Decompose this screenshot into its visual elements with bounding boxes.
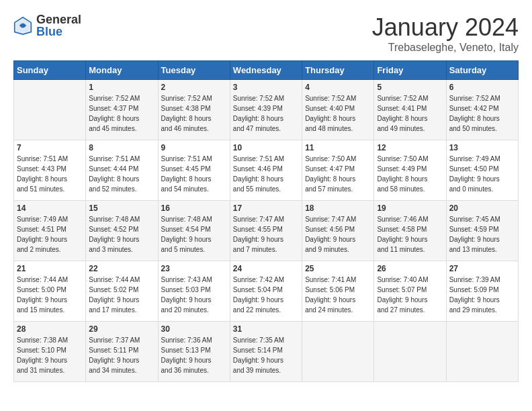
logo-general-text: General	[36, 13, 81, 26]
calendar-header: SundayMondayTuesdayWednesdayThursdayFrid…	[14, 61, 519, 80]
day-info: Sunrise: 7:49 AM Sunset: 4:51 PM Dayligh…	[17, 214, 83, 255]
logo: General Blue	[13, 13, 81, 38]
day-number: 4	[305, 83, 371, 92]
header-day-friday: Friday	[374, 61, 446, 80]
day-number: 21	[17, 264, 83, 273]
day-number: 2	[161, 83, 227, 92]
calendar-cell	[302, 322, 374, 382]
calendar-cell: 8Sunrise: 7:51 AM Sunset: 4:44 PM Daylig…	[86, 140, 158, 201]
calendar-body: 1Sunrise: 7:52 AM Sunset: 4:37 PM Daylig…	[14, 80, 519, 382]
calendar-cell: 2Sunrise: 7:52 AM Sunset: 4:38 PM Daylig…	[158, 80, 230, 140]
day-info: Sunrise: 7:51 AM Sunset: 4:46 PM Dayligh…	[233, 154, 299, 194]
logo-icon	[13, 16, 32, 35]
day-info: Sunrise: 7:35 AM Sunset: 5:14 PM Dayligh…	[233, 335, 299, 375]
calendar-cell: 3Sunrise: 7:52 AM Sunset: 4:39 PM Daylig…	[230, 80, 302, 140]
calendar-cell: 27Sunrise: 7:39 AM Sunset: 5:09 PM Dayli…	[446, 261, 518, 322]
day-number: 7	[17, 143, 83, 152]
calendar-cell: 18Sunrise: 7:47 AM Sunset: 4:56 PM Dayli…	[302, 201, 374, 261]
day-number: 20	[449, 203, 515, 213]
calendar-cell: 16Sunrise: 7:48 AM Sunset: 4:54 PM Dayli…	[158, 201, 230, 261]
calendar-cell: 11Sunrise: 7:50 AM Sunset: 4:47 PM Dayli…	[302, 140, 374, 201]
calendar-cell: 7Sunrise: 7:51 AM Sunset: 4:43 PM Daylig…	[14, 140, 86, 201]
day-info: Sunrise: 7:51 AM Sunset: 4:43 PM Dayligh…	[17, 154, 83, 194]
day-number: 28	[17, 324, 83, 334]
header-day-wednesday: Wednesday	[230, 61, 302, 80]
calendar-cell	[374, 322, 446, 382]
day-number: 10	[233, 143, 299, 152]
day-info: Sunrise: 7:40 AM Sunset: 5:07 PM Dayligh…	[377, 275, 443, 315]
day-number: 1	[89, 83, 154, 92]
day-info: Sunrise: 7:51 AM Sunset: 4:45 PM Dayligh…	[161, 154, 227, 194]
day-number: 16	[161, 203, 227, 213]
calendar-cell: 4Sunrise: 7:52 AM Sunset: 4:40 PM Daylig…	[302, 80, 374, 140]
day-number: 17	[233, 203, 299, 213]
day-info: Sunrise: 7:47 AM Sunset: 4:55 PM Dayligh…	[233, 214, 299, 255]
header-day-thursday: Thursday	[302, 61, 374, 80]
calendar-cell: 28Sunrise: 7:38 AM Sunset: 5:10 PM Dayli…	[14, 322, 86, 382]
logo-text: General Blue	[36, 13, 81, 38]
header-day-saturday: Saturday	[446, 61, 518, 80]
day-info: Sunrise: 7:52 AM Sunset: 4:37 PM Dayligh…	[89, 93, 154, 134]
day-number: 30	[161, 324, 227, 334]
title-section: January 2024 Trebaseleghe, Veneto, Italy	[372, 13, 519, 54]
day-number: 14	[17, 203, 83, 213]
day-info: Sunrise: 7:50 AM Sunset: 4:49 PM Dayligh…	[377, 154, 443, 194]
calendar-cell: 29Sunrise: 7:37 AM Sunset: 5:11 PM Dayli…	[86, 322, 158, 382]
calendar-cell: 26Sunrise: 7:40 AM Sunset: 5:07 PM Dayli…	[374, 261, 446, 322]
day-number: 29	[89, 324, 154, 334]
calendar-cell: 20Sunrise: 7:45 AM Sunset: 4:59 PM Dayli…	[446, 201, 518, 261]
day-number: 18	[305, 203, 371, 213]
logo-blue-text: Blue	[36, 26, 81, 38]
header-day-tuesday: Tuesday	[158, 61, 230, 80]
calendar-cell	[446, 322, 518, 382]
calendar-table: SundayMondayTuesdayWednesdayThursdayFrid…	[13, 60, 519, 382]
location-text: Trebaseleghe, Veneto, Italy	[372, 42, 519, 54]
header-day-monday: Monday	[86, 61, 158, 80]
week-row-2: 7Sunrise: 7:51 AM Sunset: 4:43 PM Daylig…	[14, 140, 519, 201]
calendar-cell: 21Sunrise: 7:44 AM Sunset: 5:00 PM Dayli…	[14, 261, 86, 322]
calendar-cell: 23Sunrise: 7:43 AM Sunset: 5:03 PM Dayli…	[158, 261, 230, 322]
week-row-5: 28Sunrise: 7:38 AM Sunset: 5:10 PM Dayli…	[14, 322, 519, 382]
calendar-cell: 1Sunrise: 7:52 AM Sunset: 4:37 PM Daylig…	[86, 80, 158, 140]
day-number: 24	[233, 264, 299, 273]
day-number: 22	[89, 264, 154, 273]
day-number: 31	[233, 324, 299, 334]
day-info: Sunrise: 7:51 AM Sunset: 4:44 PM Dayligh…	[89, 154, 154, 194]
calendar-cell: 31Sunrise: 7:35 AM Sunset: 5:14 PM Dayli…	[230, 322, 302, 382]
calendar-cell: 17Sunrise: 7:47 AM Sunset: 4:55 PM Dayli…	[230, 201, 302, 261]
day-info: Sunrise: 7:44 AM Sunset: 5:00 PM Dayligh…	[17, 275, 83, 315]
week-row-3: 14Sunrise: 7:49 AM Sunset: 4:51 PM Dayli…	[14, 201, 519, 261]
calendar-cell	[14, 80, 86, 140]
day-info: Sunrise: 7:48 AM Sunset: 4:52 PM Dayligh…	[89, 214, 154, 255]
day-info: Sunrise: 7:49 AM Sunset: 4:50 PM Dayligh…	[449, 154, 515, 194]
day-info: Sunrise: 7:36 AM Sunset: 5:13 PM Dayligh…	[161, 335, 227, 375]
day-info: Sunrise: 7:38 AM Sunset: 5:10 PM Dayligh…	[17, 335, 83, 375]
day-number: 25	[305, 264, 371, 273]
day-number: 19	[377, 203, 443, 213]
day-number: 3	[233, 83, 299, 92]
day-number: 15	[89, 203, 154, 213]
day-number: 11	[305, 143, 371, 152]
day-info: Sunrise: 7:52 AM Sunset: 4:39 PM Dayligh…	[233, 93, 299, 134]
day-info: Sunrise: 7:50 AM Sunset: 4:47 PM Dayligh…	[305, 154, 371, 194]
calendar-cell: 13Sunrise: 7:49 AM Sunset: 4:50 PM Dayli…	[446, 140, 518, 201]
day-info: Sunrise: 7:37 AM Sunset: 5:11 PM Dayligh…	[89, 335, 154, 375]
day-number: 9	[161, 143, 227, 152]
week-row-4: 21Sunrise: 7:44 AM Sunset: 5:00 PM Dayli…	[14, 261, 519, 322]
day-info: Sunrise: 7:52 AM Sunset: 4:41 PM Dayligh…	[377, 93, 443, 134]
calendar-cell: 22Sunrise: 7:44 AM Sunset: 5:02 PM Dayli…	[86, 261, 158, 322]
day-info: Sunrise: 7:52 AM Sunset: 4:40 PM Dayligh…	[305, 93, 371, 134]
day-info: Sunrise: 7:41 AM Sunset: 5:06 PM Dayligh…	[305, 275, 371, 315]
day-number: 23	[161, 264, 227, 273]
calendar-cell: 24Sunrise: 7:42 AM Sunset: 5:04 PM Dayli…	[230, 261, 302, 322]
day-number: 26	[377, 264, 443, 273]
calendar-cell: 9Sunrise: 7:51 AM Sunset: 4:45 PM Daylig…	[158, 140, 230, 201]
day-number: 27	[449, 264, 515, 273]
calendar-cell: 12Sunrise: 7:50 AM Sunset: 4:49 PM Dayli…	[374, 140, 446, 201]
day-number: 12	[377, 143, 443, 152]
day-info: Sunrise: 7:52 AM Sunset: 4:38 PM Dayligh…	[161, 93, 227, 134]
day-number: 8	[89, 143, 154, 152]
day-info: Sunrise: 7:46 AM Sunset: 4:58 PM Dayligh…	[377, 214, 443, 255]
day-info: Sunrise: 7:52 AM Sunset: 4:42 PM Dayligh…	[449, 93, 515, 134]
header-row: SundayMondayTuesdayWednesdayThursdayFrid…	[14, 61, 519, 80]
